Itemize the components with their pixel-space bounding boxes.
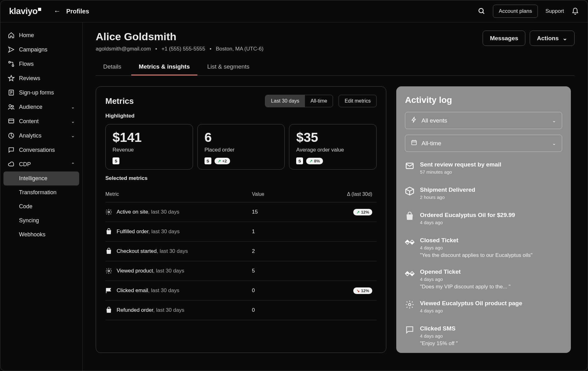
metric-row-value: 5 [252,268,314,274]
tab-details[interactable]: Details [96,59,129,75]
activity-event-filter[interactable]: All events ⌄ [405,112,562,129]
sidebar-item-label: Campaigns [19,46,47,53]
table-row[interactable]: Refunded order, last 30 days0 [105,301,377,320]
table-row[interactable]: Viewed product, last 30 days5 [105,261,377,281]
chevron-down-icon: ⌄ [71,119,75,124]
activity-item[interactable]: ⬘⬙Closed Ticket4 days ago"Yes the discou… [405,233,562,265]
activity-title: Ordered Eucalyptus Oil for $29.99 [420,212,562,219]
chevron-down-icon: ⌄ [552,141,556,146]
profile-location: Boston, MA (UTC-6) [216,46,263,52]
sidebar-item-reviews[interactable]: Reviews [3,71,79,85]
activity-title: Shipment Delivered [420,186,562,193]
svg-rect-14 [412,141,417,145]
chat-icon [405,325,414,335]
sidebar-item-webhooks[interactable]: Webhooks [3,228,79,242]
star-icon [8,75,15,82]
metric-name: Active on site, last 30 days [117,209,179,215]
metric-row-value: 0 [252,287,314,294]
chevron-up-icon: ⌃ [71,162,75,167]
shopify-icon: S [205,157,211,164]
svg-point-13 [108,270,110,272]
metric-card-placed-order[interactable]: 6Placed orderS+2 [197,124,285,170]
time-range-segment: Last 30 daysAll-time [265,95,333,107]
support-link[interactable]: Support [545,8,564,14]
table-row[interactable]: Active on site, last 30 days1512% [105,202,377,222]
range-last-30-days[interactable]: Last 30 days [265,95,305,107]
sidebar-item-audience[interactable]: Audience⌄ [3,100,79,114]
col-delta: Δ (last 30d) [314,191,377,197]
search-icon[interactable] [478,7,485,15]
activity-item[interactable]: ⬘⬙Opened Ticket4 days ago"Does my VIP di… [405,265,562,296]
sidebar-item-flows[interactable]: Flows [3,57,79,71]
home-icon [8,32,15,39]
table-row[interactable]: Checkout started, last 30 days2 [105,242,377,261]
actions-button[interactable]: Actions ⌄ [530,31,575,46]
delta-pill: 8% [306,158,323,164]
sidebar-item-cdp[interactable]: CDP⌃ [3,157,79,171]
profile-phone: +1 (555) 555-5555 [161,46,205,52]
activity-time: 4 days ago [420,308,562,313]
activity-item[interactable]: Clicked SMS4 days ago"Enjoy 15% off " [405,321,562,353]
metric-row-value: 0 [252,307,314,313]
profile-name: Alice Goldsmith [96,31,263,43]
topbar-left: klaviyo ← Profiles [9,6,89,16]
topbar: klaviyo ← Profiles Account plans Support [0,0,588,22]
messages-button[interactable]: Messages [483,31,525,46]
event-filter-label: All events [422,117,447,124]
activity-quote: "Enjoy 15% off " [420,340,562,347]
activity-item[interactable]: Sent review request by email57 minutes a… [405,157,562,183]
metric-name: Checkout started, last 30 days [117,248,188,254]
svg-point-19 [408,303,411,306]
metric-card-average-order-value[interactable]: $35Average order valueS8% [289,124,377,170]
activity-time: 57 minutes ago [420,169,562,175]
breadcrumb[interactable]: ← Profiles [54,7,89,15]
activity-item[interactable]: Ordered Eucalyptus Oil for $29.994 days … [405,208,562,233]
activity-title: Viewed Eucalyptus Oil product page [420,300,562,307]
activity-item[interactable]: Shipment Delivered2 hours ago [405,183,562,208]
sidebar-item-campaigns[interactable]: Campaigns [3,42,79,57]
chevron-down-icon: ⌄ [552,118,556,123]
sidebar-item-home[interactable]: Home [3,28,79,42]
sidebar-item-sign-up-forms[interactable]: Sign-up forms [3,85,79,100]
sidebar-item-analytics[interactable]: Analytics⌄ [3,128,79,143]
chat-icon [8,147,15,153]
range-all-time[interactable]: All-time [305,95,333,107]
cloud-icon [8,161,15,168]
metric-card-revenue[interactable]: $141RevenueS [105,124,193,170]
activity-item[interactable]: Viewed Eucalyptus Oil product page4 days… [405,296,562,321]
activity-time: 4 days ago [420,220,562,225]
zendesk-icon: ⬘⬙ [405,237,414,246]
activity-title: Closed Ticket [420,237,562,244]
form-icon [8,89,15,96]
sidebar: HomeCampaignsFlowsReviewsSign-up formsAu… [0,22,83,371]
sidebar-item-transformation[interactable]: Transformation [3,186,79,200]
activity-quote: "Yes the discount applies to our Eucalyp… [420,252,562,258]
sidebar-item-label: CDP [19,161,31,168]
activity-time: 4 days ago [420,277,562,282]
sidebar-item-syncing[interactable]: Syncing [3,214,79,228]
tab-list-segments[interactable]: List & segments [200,59,257,75]
table-row[interactable]: Fulfilled order, last 30 days1 [105,222,377,242]
sidebar-item-label: Reviews [19,75,40,82]
metric-row-value: 15 [252,209,314,215]
metric-name: Viewed product, last 30 days [117,268,184,274]
edit-metrics-button[interactable]: Edit metrics [339,95,377,107]
metric-value: $35 [296,130,369,145]
back-arrow-icon[interactable]: ← [54,7,60,15]
sidebar-item-label: Analytics [19,132,41,139]
sidebar-item-code[interactable]: Code [3,200,79,214]
activity-time: 4 days ago [420,245,562,250]
bell-icon[interactable] [571,7,579,15]
activity-time: 4 days ago [420,333,562,339]
sidebar-item-intelligence[interactable]: Intelligence [3,171,79,186]
sidebar-item-conversations[interactable]: Conversations [3,143,79,157]
table-row[interactable]: Clicked email, last 30 days012% [105,281,377,301]
tab-metrics-insights[interactable]: Metrics & insights [131,59,197,75]
activity-time-filter[interactable]: All-time ⌄ [405,135,562,152]
account-plans-button[interactable]: Account plans [493,5,538,18]
sidebar-item-label: Content [19,118,39,125]
sidebar-item-content[interactable]: Content⌄ [3,114,79,128]
logo: klaviyo [9,6,41,16]
metric-name: Fulfilled order, last 30 days [117,229,180,235]
bolt-icon [411,117,417,124]
